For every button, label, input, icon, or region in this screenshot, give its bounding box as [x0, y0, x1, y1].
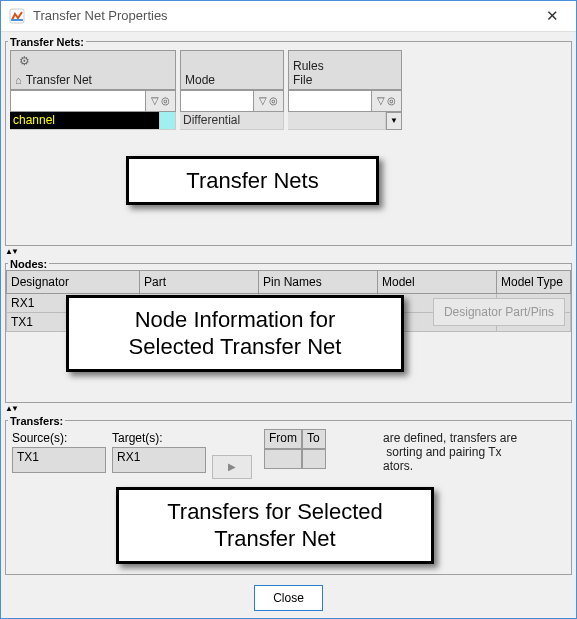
splitter-2[interactable]: ▲▼ — [3, 405, 574, 413]
gear-icon[interactable]: ⚙ — [12, 52, 36, 70]
transfer-nets-group: Transfer Nets: ⚙ ⌂ Transfer Net — [5, 36, 572, 246]
targets-list[interactable]: RX1 — [112, 447, 206, 473]
th-model-type[interactable]: Model Type — [497, 270, 571, 293]
col-transfer-net-header: ⚙ ⌂ Transfer Net — [10, 50, 176, 90]
transfers-group: Transfers: Source(s): TX1 Target(s): RX1 — [5, 415, 572, 575]
target-icon: ◎ — [161, 95, 170, 106]
hint-line2: sorting and pairing Tx — [386, 445, 501, 459]
col-rules-file: Rules File ▽ ◎ ▼ — [288, 50, 402, 130]
transfers-legend: Transfers: — [8, 415, 65, 427]
from-cell[interactable] — [264, 449, 302, 469]
callout-nodes-line1: Node Information for — [135, 307, 336, 332]
target-icon: ◎ — [269, 95, 278, 106]
move-column: ▶ — [212, 429, 258, 479]
sources-column: Source(s): TX1 — [12, 429, 106, 479]
svg-rect-1 — [11, 19, 23, 21]
from-header[interactable]: From — [264, 429, 302, 449]
callout-nodes: Node Information for Selected Transfer N… — [66, 295, 404, 372]
callout-transfer-nets-text: Transfer Nets — [186, 168, 318, 193]
cell-mode-value[interactable]: Differential — [180, 112, 284, 130]
transfer-nets-legend: Transfer Nets: — [8, 36, 86, 48]
splitter-1[interactable]: ▲▼ — [3, 248, 574, 256]
col-mode-label[interactable]: Mode — [185, 73, 279, 87]
callout-transfers: Transfers for Selected Transfer Net — [116, 487, 434, 564]
targets-column: Target(s): RX1 — [112, 429, 206, 479]
hint-line3: ators. — [383, 459, 413, 473]
to-cell[interactable] — [302, 449, 326, 469]
filter-rules-file-input[interactable] — [288, 90, 372, 112]
chevron-down-icon: ▼ — [390, 116, 398, 125]
arrow-right-icon: ▶ — [228, 461, 236, 472]
nodes-legend: Nodes: — [8, 258, 49, 270]
th-model[interactable]: Model — [378, 270, 497, 293]
col-mode: Mode ▽ ◎ Differential — [180, 50, 284, 130]
sources-label: Source(s): — [12, 429, 106, 447]
sources-list[interactable]: TX1 — [12, 447, 106, 473]
filter-rules-file-icons[interactable]: ▽ ◎ — [372, 90, 402, 112]
rules-file-dropdown-button[interactable]: ▼ — [386, 112, 402, 130]
hint-line1: are defined, transfers are — [383, 431, 517, 445]
designator-part-pins-button[interactable]: Designator Part/Pins — [433, 298, 565, 326]
cell-transfer-net-marker — [160, 112, 176, 130]
transfers-hint-text: are defined, transfers are sorting and p… — [383, 431, 563, 473]
close-button[interactable]: Close — [254, 585, 323, 611]
nodes-group: Nodes: Designator Part Pin Names Model M… — [5, 258, 572, 403]
cell-rules-file-value[interactable] — [288, 112, 386, 130]
list-item[interactable]: RX1 — [117, 450, 201, 464]
list-item[interactable]: TX1 — [17, 450, 101, 464]
col-transfer-net-label[interactable]: Transfer Net — [26, 73, 92, 87]
window-close-button[interactable]: ✕ — [536, 7, 568, 25]
callout-transfer-nets: Transfer Nets — [126, 156, 379, 206]
to-header[interactable]: To — [302, 429, 326, 449]
transfer-nets-grid: ⚙ ⌂ Transfer Net ▽ ◎ — [6, 48, 571, 132]
callout-transfers-line1: Transfers for Selected — [167, 499, 383, 524]
nodes-header-row: Designator Part Pin Names Model Model Ty… — [7, 270, 571, 293]
body: Transfer Nets: ⚙ ⌂ Transfer Net — [1, 32, 576, 579]
funnel-icon: ▽ — [377, 95, 385, 106]
th-designator[interactable]: Designator — [7, 270, 140, 293]
filter-mode-input[interactable] — [180, 90, 254, 112]
filter-transfer-net-icons[interactable]: ▽ ◎ — [146, 90, 176, 112]
targets-label: Target(s): — [112, 429, 206, 447]
footer: Close — [1, 579, 576, 618]
app-icon — [9, 8, 25, 24]
th-pin-names[interactable]: Pin Names — [259, 270, 378, 293]
cell-transfer-net-name[interactable]: channel — [10, 112, 160, 130]
callout-nodes-line2: Selected Transfer Net — [129, 334, 342, 359]
window-root: Transfer Net Properties ✕ Transfer Nets:… — [0, 0, 577, 619]
th-part[interactable]: Part — [140, 270, 259, 293]
filter-transfer-net-input[interactable] — [10, 90, 146, 112]
funnel-icon: ▽ — [151, 95, 159, 106]
titlebar: Transfer Net Properties ✕ — [1, 1, 576, 32]
move-right-button[interactable]: ▶ — [212, 455, 252, 479]
filter-mode-icons[interactable]: ▽ ◎ — [254, 90, 284, 112]
callout-transfers-line2: Transfer Net — [214, 526, 335, 551]
home-icon: ⌂ — [15, 74, 22, 86]
target-icon: ◎ — [387, 95, 396, 106]
window-title: Transfer Net Properties — [33, 8, 536, 23]
fromto-column: From To — [264, 429, 334, 479]
col-rules-file-label[interactable]: Rules File — [293, 59, 397, 87]
funnel-icon: ▽ — [259, 95, 267, 106]
col-transfer-net: ⚙ ⌂ Transfer Net ▽ ◎ — [10, 50, 176, 130]
